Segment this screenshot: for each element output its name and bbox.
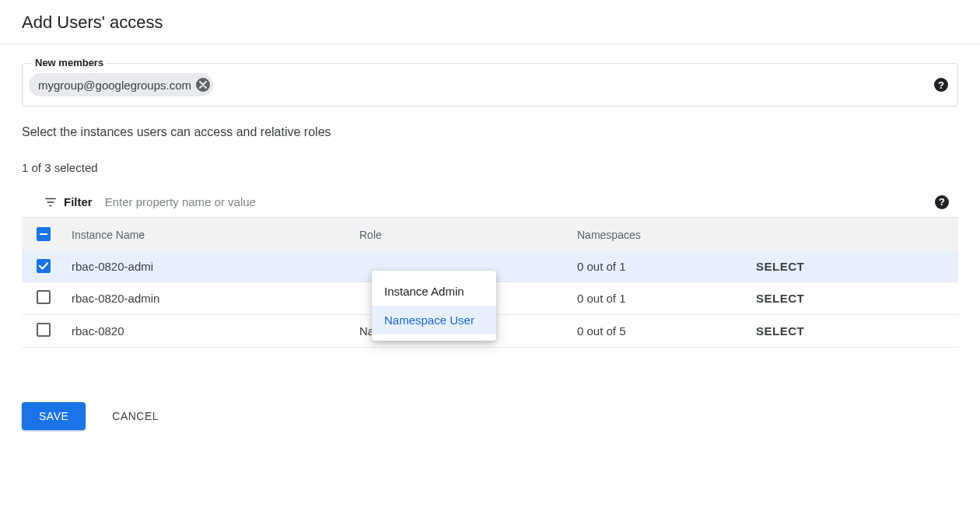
- save-button[interactable]: SAVE: [22, 402, 86, 430]
- filter-bar: Filter ?: [22, 187, 958, 218]
- help-icon[interactable]: ?: [935, 195, 949, 209]
- select-namespaces-button[interactable]: SELECT: [756, 260, 804, 273]
- new-members-field[interactable]: New members mygroup@googlegroups.com ?: [22, 63, 958, 107]
- instruction-text: Select the instances users can access an…: [22, 125, 958, 139]
- selection-count: 1 of 3 selected: [22, 161, 958, 174]
- svg-rect-0: [40, 233, 47, 235]
- role-dropdown-menu: Instance Admin Namespace User: [372, 271, 496, 341]
- role-option-instance-admin[interactable]: Instance Admin: [372, 277, 496, 306]
- filter-input[interactable]: [103, 194, 921, 209]
- filter-icon: [44, 195, 58, 209]
- select-all-checkbox[interactable]: [37, 227, 51, 241]
- row-checkbox[interactable]: [37, 290, 51, 304]
- instance-name: rbac-0820-admin: [65, 282, 353, 315]
- row-checkbox[interactable]: [37, 259, 51, 273]
- member-chip-text: mygroup@googlegroups.com: [38, 79, 191, 92]
- column-instance-name: Instance Name: [65, 218, 353, 251]
- role-option-namespace-user[interactable]: Namespace User: [372, 306, 496, 334]
- instance-name: rbac-0820: [65, 315, 353, 348]
- page-title: Add Users' access: [22, 12, 958, 33]
- filter-label: Filter: [64, 195, 93, 208]
- cancel-button[interactable]: CANCEL: [107, 409, 163, 423]
- select-namespaces-button[interactable]: SELECT: [756, 324, 804, 338]
- instance-name: rbac-0820-admi: [65, 251, 353, 282]
- namespaces-cell: 0 out of 1: [571, 282, 750, 315]
- namespaces-cell: 0 out of 5: [571, 315, 750, 348]
- select-namespaces-button[interactable]: SELECT: [756, 292, 804, 305]
- help-icon[interactable]: ?: [934, 78, 948, 92]
- row-checkbox[interactable]: [37, 323, 51, 337]
- member-chip[interactable]: mygroup@googlegroups.com: [29, 73, 213, 96]
- new-members-label: New members: [32, 57, 107, 68]
- close-icon[interactable]: [196, 78, 210, 92]
- namespaces-cell: 0 out of 1: [571, 251, 750, 282]
- column-role: Role: [353, 218, 571, 251]
- column-namespaces: Namespaces: [571, 218, 750, 251]
